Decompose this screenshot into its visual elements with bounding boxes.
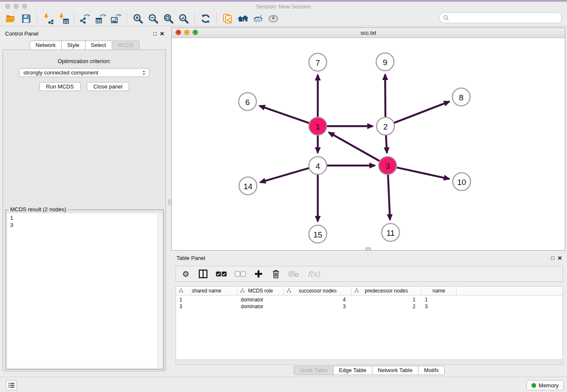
open-folder-icon (6, 13, 17, 24)
edge-3-11[interactable] (388, 175, 390, 220)
edge-2-8[interactable] (394, 102, 449, 123)
close-panel-icon[interactable]: × (160, 30, 164, 37)
optimization-criterion-select[interactable]: strongly connected component (19, 68, 149, 77)
node-label-6: 6 (245, 98, 250, 107)
delete-column-button[interactable] (289, 268, 300, 279)
memory-button[interactable]: Memory (526, 380, 564, 390)
network-minimize-button[interactable]: − (184, 30, 190, 35)
export-network-button[interactable] (78, 12, 93, 25)
close-window-button[interactable] (5, 4, 10, 9)
trash-icon (272, 269, 280, 279)
tab-select[interactable]: Select (85, 41, 112, 50)
edge-3-1[interactable] (329, 133, 380, 161)
save-session-button[interactable] (19, 12, 34, 25)
vertical-split-grip[interactable] (168, 199, 171, 205)
column-header-MCDS-role[interactable]: MCDS role (237, 287, 284, 295)
duplicate-network-button[interactable] (220, 12, 235, 25)
delete-row-button[interactable] (271, 268, 281, 279)
status-bar: Memory (0, 377, 567, 392)
hide-selected-button[interactable] (250, 12, 266, 25)
table-cell[interactable]: dominator (237, 304, 284, 309)
toolbar-separator (194, 13, 195, 25)
column-header-shared-name[interactable]: shared name (176, 287, 237, 295)
network-zoom-button[interactable]: + (193, 30, 198, 35)
tab-network[interactable]: Network (30, 41, 62, 50)
mcds-result-area[interactable]: 1 3 (7, 213, 162, 368)
edge-4-14[interactable] (260, 168, 309, 182)
network-window-titlebar[interactable]: × − + scc.txt (172, 28, 565, 38)
table-cell[interactable]: 3 (176, 304, 237, 309)
import-table-button[interactable] (56, 12, 71, 25)
memory-label: Memory (539, 382, 559, 389)
run-mcds-button[interactable]: Run MCDS (39, 82, 81, 91)
tab-style[interactable]: Style (61, 41, 85, 50)
table-cell[interactable]: 3 (421, 304, 457, 309)
mcds-result-title: MCDS result (2 nodes) (8, 206, 68, 213)
zoom-fit-icon (163, 13, 174, 24)
attribute-icon (240, 288, 245, 293)
table-panel-tabs: Node TableEdge TableNetwork TableMotifs (171, 366, 567, 375)
task-history-button[interactable] (6, 380, 17, 390)
zoom-in-button[interactable] (130, 12, 146, 25)
refresh-button[interactable] (198, 12, 213, 25)
tab-node-table[interactable]: Node Table (294, 366, 333, 375)
zoom-fit-button[interactable] (161, 12, 176, 25)
edge-3-10[interactable] (396, 168, 449, 179)
zoom-selected-button[interactable] (176, 12, 191, 25)
float-table-panel-icon[interactable]: □ (551, 255, 554, 261)
attribute-icon (286, 288, 292, 293)
table-cell[interactable]: 2 (352, 304, 421, 309)
column-header-successor-nodes[interactable]: successor nodes (284, 287, 352, 295)
first-neighbors-button[interactable] (235, 12, 250, 25)
function-builder-button[interactable]: f(x) (308, 268, 320, 279)
table-scroll-strip[interactable] (176, 360, 563, 365)
float-panel-icon[interactable]: □ (153, 31, 157, 36)
network-close-button[interactable]: × (176, 30, 181, 35)
minimize-window-button[interactable] (14, 4, 19, 9)
table-settings-button[interactable]: ⚙ (181, 268, 190, 279)
column-header-name[interactable]: name (421, 287, 457, 295)
table-cell[interactable]: 1 (421, 297, 457, 303)
node-label-7: 7 (316, 58, 320, 67)
node-label-4: 4 (316, 162, 320, 171)
table-row[interactable]: 3dominator323 (176, 303, 562, 310)
network-canvas[interactable]: 7968124314101511 (172, 38, 565, 250)
import-network-button[interactable] (41, 12, 56, 25)
table-cell[interactable]: 4 (284, 297, 352, 303)
maximize-window-button[interactable] (22, 4, 27, 9)
close-table-panel-icon[interactable]: × (558, 254, 562, 262)
select-all-button[interactable] (216, 268, 227, 279)
table-cell[interactable]: 3 (284, 304, 352, 309)
edge-2-9[interactable] (385, 75, 385, 117)
edge-1-6[interactable] (259, 106, 309, 123)
close-panel-button[interactable]: Close panel (87, 82, 129, 91)
table-cell[interactable]: dominator (237, 297, 284, 303)
tab-motifs[interactable]: Motifs (418, 366, 445, 375)
export-network-icon (80, 13, 91, 24)
tab-network-table[interactable]: Network Table (372, 366, 418, 375)
add-row-button[interactable] (254, 268, 263, 279)
zoom-out-button[interactable] (146, 12, 161, 25)
search-input[interactable] (451, 14, 561, 22)
deselect-all-button[interactable] (235, 268, 246, 279)
toolbar-separator (74, 13, 75, 25)
export-image-button[interactable] (108, 12, 124, 25)
table-row[interactable]: 1dominator411 (176, 296, 562, 303)
column-header-predecessor-nodes[interactable]: predecessor nodes (352, 287, 421, 295)
table-cell[interactable]: 1 (352, 297, 421, 303)
node-table: shared nameMCDS rolesuccessor nodesprede… (176, 286, 563, 360)
memory-indicator-icon (531, 383, 536, 388)
edge-2-3[interactable] (386, 135, 387, 153)
tab-mcds[interactable]: MCDS (112, 41, 140, 50)
export-table-button[interactable] (93, 12, 108, 25)
show-columns-button[interactable] (198, 268, 208, 279)
result-scrollbar[interactable] (157, 213, 162, 368)
network-view-window: × − + scc.txt 7968124314101511 (171, 28, 565, 251)
tab-edge-table[interactable]: Edge Table (333, 366, 372, 375)
show-all-button[interactable] (266, 12, 281, 25)
table-cell[interactable]: 1 (176, 297, 237, 303)
mcds-panel: Optimization criterion: strongly connect… (3, 50, 166, 371)
node-label-11: 11 (386, 229, 395, 237)
open-session-button[interactable] (3, 12, 19, 25)
horizontal-split-grip[interactable] (365, 247, 371, 250)
